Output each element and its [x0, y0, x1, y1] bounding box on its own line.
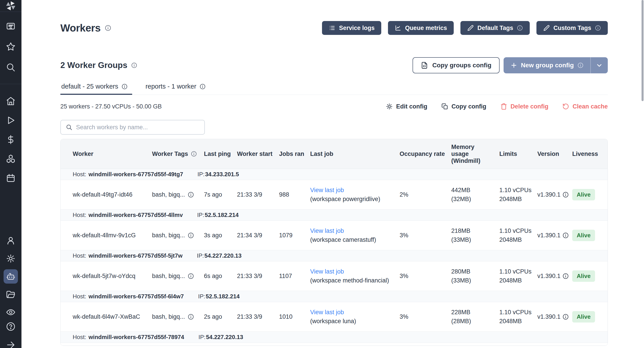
search-icon: [6, 62, 16, 72]
button-label: New group config: [521, 62, 574, 69]
sidebar-item-expand[interactable]: [4, 338, 18, 348]
worker-name: wk-default-4llmv-9v1cG: [73, 232, 152, 239]
info-icon[interactable]: [577, 62, 584, 68]
view-last-job-link[interactable]: View last job: [310, 308, 396, 317]
worker-group-tabs: default - 25 workers reports - 1 worker: [60, 83, 608, 95]
jobs-ran: 1107: [279, 273, 310, 280]
copy-config-button[interactable]: Copy config: [441, 103, 486, 110]
copy-groups-config-button[interactable]: Copy groups config: [412, 57, 499, 73]
col-last-ping: Last ping: [204, 150, 237, 158]
button-label: Service logs: [339, 24, 374, 32]
group-summary: 25 workers - 27.50 vCPUs - 50.00 GB: [60, 103, 162, 110]
info-icon[interactable]: [191, 151, 197, 157]
table-header-row: Worker Worker Tags Last ping Worker star…: [60, 139, 608, 169]
sidebar-item-folders[interactable]: [4, 287, 18, 302]
memory-cell: 228MB (28MB): [451, 308, 499, 326]
job-workspace: (workspace camerastuff): [310, 236, 376, 243]
gear-icon: [6, 254, 16, 264]
ip-value: 52.5.182.214: [206, 293, 240, 300]
worker-row: wk-default-49tg7-idt46 bash, bigq... 7s …: [60, 180, 608, 210]
info-icon[interactable]: [188, 232, 194, 239]
host-ip: IP:54.227.220.13: [197, 252, 242, 259]
info-icon[interactable]: [105, 24, 111, 31]
liveness-badge: Alive: [572, 311, 595, 322]
host-name: windmill-workers-67757d55f-5jt7w: [88, 252, 182, 259]
clean-cache-button[interactable]: Clean cache: [562, 103, 608, 110]
delete-config-button[interactable]: Delete config: [500, 103, 548, 110]
sidebar-item-help[interactable]: [4, 319, 18, 334]
sidebar-item-usage[interactable]: [4, 132, 18, 147]
chevron-down-icon: [596, 62, 603, 69]
windmill-logo[interactable]: [0, 0, 22, 12]
col-worker-tags: Worker Tags: [152, 150, 204, 158]
liveness-cell: Alive: [572, 311, 608, 322]
view-last-job-link[interactable]: View last job: [310, 226, 396, 235]
info-icon[interactable]: [562, 273, 569, 279]
worker-tags: bash, bigq...: [152, 191, 185, 198]
edit-config-button[interactable]: Edit config: [386, 103, 427, 110]
ip-label: IP:: [198, 334, 206, 340]
host-label: Host:: [73, 171, 86, 178]
new-group-config-button[interactable]: New group config: [504, 57, 590, 73]
occupancy-rate: 3%: [400, 313, 451, 320]
sidebar-item-settings[interactable]: [4, 252, 18, 266]
sidebar-item-starred[interactable]: [4, 40, 18, 54]
view-last-job-link[interactable]: View last job: [310, 267, 396, 276]
new-group-config-dropdown-button[interactable]: [590, 57, 608, 73]
info-icon[interactable]: [200, 84, 206, 90]
host-ip: IP:52.5.182.214: [198, 293, 240, 300]
user-icon: [6, 236, 16, 246]
info-icon[interactable]: [188, 314, 194, 320]
service-logs-button[interactable]: Service logs: [322, 21, 381, 35]
button-label: Default Tags: [478, 24, 513, 32]
jobs-ran: 1079: [279, 232, 310, 239]
last-job-cell: View last job (workspace camerastuff): [310, 226, 400, 244]
job-workspace: (workspace powergridlive): [310, 196, 380, 202]
eye-icon: [6, 307, 16, 317]
tab-reports[interactable]: reports - 1 worker: [145, 83, 210, 95]
sidebar-item-workers[interactable]: [4, 269, 18, 284]
info-icon[interactable]: [595, 25, 601, 31]
info-icon[interactable]: [517, 25, 523, 31]
sidebar-item-user[interactable]: [4, 234, 18, 248]
sidebar-item-schedules[interactable]: [4, 171, 18, 185]
host-name: windmill-workers-67757d55f-49tg7: [88, 171, 183, 178]
version: v1.390.1: [537, 273, 560, 280]
sidebar-item-home[interactable]: [4, 94, 18, 108]
info-icon[interactable]: [188, 273, 194, 279]
tab-default[interactable]: default - 25 workers: [60, 83, 132, 95]
info-icon[interactable]: [188, 192, 194, 198]
action-label: Clean cache: [572, 103, 608, 110]
custom-tags-button[interactable]: Custom Tags: [536, 21, 608, 35]
default-tags-button[interactable]: Default Tags: [460, 21, 530, 35]
ip-label: IP:: [198, 171, 204, 178]
file-code-icon: [420, 62, 428, 69]
boxes-icon: [6, 154, 16, 164]
info-icon[interactable]: [562, 314, 569, 320]
button-label: Queue metrics: [405, 24, 447, 32]
col-occupancy-rate: Occupancy rate: [400, 150, 451, 158]
col-jobs-ran: Jobs ran: [279, 150, 310, 158]
limits-cell: 1.10 vCPUs 2048MB: [499, 226, 537, 244]
info-icon[interactable]: [562, 192, 569, 198]
info-icon[interactable]: [562, 232, 569, 239]
sidebar-item-runs[interactable]: [4, 113, 18, 128]
sidebar-item-search[interactable]: [4, 60, 18, 74]
liveness-badge: Alive: [572, 270, 595, 282]
view-last-job-link[interactable]: View last job: [310, 186, 396, 194]
jobs-ran: 1010: [279, 313, 310, 320]
vertical-scrollbar[interactable]: [642, 0, 644, 101]
col-limits: Limits: [499, 150, 537, 158]
sidebar-item-apps[interactable]: [4, 19, 18, 33]
limit-mem: 2048MB: [499, 276, 533, 285]
sidebar-item-audit[interactable]: [4, 305, 18, 319]
worker-start: 21:33 3/9: [237, 191, 279, 198]
info-icon[interactable]: [122, 84, 128, 90]
info-icon[interactable]: [131, 62, 137, 68]
host-label: Host:: [73, 252, 86, 259]
search-input[interactable]: [76, 124, 200, 131]
memory-windmill: (28MB): [451, 317, 495, 326]
sidebar-item-resources[interactable]: [4, 152, 18, 166]
version-cell: v1.390.1: [537, 313, 572, 320]
queue-metrics-button[interactable]: Queue metrics: [388, 21, 454, 35]
